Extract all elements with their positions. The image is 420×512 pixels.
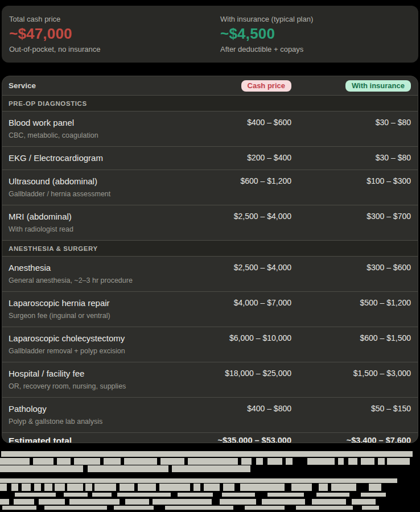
redacted-text-block [286, 458, 293, 465]
redacted-text-block [153, 499, 212, 505]
cash-price-cell: $400 – $600 [247, 117, 291, 128]
redacted-text-block [222, 493, 255, 497]
cash-price-cell: $600 – $1,200 [240, 176, 291, 187]
redacted-text-block [15, 493, 56, 497]
redacted-text-block [69, 499, 120, 505]
cash-price-cell: $18,000 – $25,000 [225, 368, 291, 379]
redacted-text-block [92, 493, 112, 497]
insurance-price-cell: $300 – $600 [367, 262, 411, 273]
service-name: Anesthesia [9, 262, 200, 273]
redacted-text-block [267, 458, 282, 465]
redacted-text-block [11, 484, 18, 491]
redacted-text-block [165, 506, 233, 510]
table-row: Blood work panelCBC, metabolic, coagulat… [2, 112, 418, 147]
cash-price-caption: Out-of-pocket, no insurance [9, 45, 207, 53]
insurance-price-cell: ~$3,400 – $7,600 [347, 435, 411, 443]
redacted-text-block [0, 478, 397, 483]
table-row: EKG / Electrocardiogram$200 – $400$30 – … [2, 147, 418, 170]
redacted-text-block [138, 484, 156, 491]
cost-table-body: PRE-OP DIAGNOSTICSBlood work panelCBC, m… [2, 96, 418, 443]
redacted-text-block [316, 493, 349, 497]
redacted-text-block [117, 493, 171, 497]
service-cell: AnesthesiaGeneral anesthesia, ~2–3 hr pr… [9, 262, 200, 285]
redacted-text-block [55, 484, 65, 491]
service-subtitle: Gallbladder removal + polyp excision [9, 346, 200, 356]
service-cell: Laparoscopic hernia repairSurgeon fee (i… [9, 298, 200, 320]
cash-price-label: Total cash price [9, 15, 207, 23]
redacted-text-block [307, 458, 335, 465]
redacted-text-block [114, 506, 154, 510]
service-name: MRI (abdominal) [9, 211, 200, 222]
redacted-text-block [57, 458, 71, 465]
cash-price-cell: $400 – $800 [247, 403, 291, 414]
redacted-text-block [44, 506, 107, 510]
service-subtitle: OR, recovery room, nursing, supplies [9, 382, 200, 391]
redacted-text-block [172, 465, 250, 472]
redacted-text-block [2, 506, 36, 510]
service-cell: Laparoscopic cholecystectomyGallbladder … [9, 333, 200, 356]
section-header: ANESTHESIA & SURGERY [2, 241, 418, 257]
service-subtitle: With radiologist read [9, 225, 200, 234]
insurance-price-caption: After deductible + copays [220, 45, 418, 53]
redacted-text-block [223, 484, 234, 491]
redacted-text-block [352, 499, 376, 505]
redacted-text-block [369, 484, 381, 491]
redacted-text-block [0, 458, 30, 465]
table-row: AnesthesiaGeneral anesthesia, ~2–3 hr pr… [2, 257, 418, 292]
service-name: EKG / Electrocardiogram [9, 152, 200, 163]
redacted-text-block [64, 493, 88, 497]
redacted-text-block [361, 493, 386, 497]
cash-price-cell: $200 – $400 [247, 152, 291, 163]
redacted-text-block [378, 458, 385, 465]
redacted-text-block [361, 458, 374, 465]
redacted-text-block [256, 458, 263, 465]
summary-card-insurance: With insurance (typical plan) ~$4,500 Af… [207, 6, 418, 63]
service-cell: Hospital / facility feeOR, recovery room… [9, 368, 200, 391]
service-cell: MRI (abdominal)With radiologist read [9, 211, 200, 234]
redacted-text-block [331, 484, 356, 491]
service-subtitle: Polyp & gallstone lab analysis [9, 417, 200, 426]
service-name: Ultrasound (abdominal) [9, 176, 200, 187]
service-name: Pathology [9, 403, 200, 414]
redacted-text-block [74, 458, 100, 465]
cash-price-badge: Cash price [241, 80, 291, 92]
redacted-text-block [291, 484, 312, 491]
redacted-text-block [14, 499, 34, 505]
redacted-text-block [1, 451, 413, 457]
redacted-text-block [85, 484, 92, 491]
service-name: Laparoscopic hernia repair [9, 298, 200, 308]
redacted-text-block [124, 458, 157, 465]
insurance-price-cell: $30 – $80 [376, 152, 411, 163]
service-name: Estimated total [9, 436, 72, 443]
redacted-text-block [193, 484, 200, 491]
insurance-price-value: ~$4,500 [220, 25, 418, 43]
service-cell: Estimated total [9, 435, 200, 443]
redacted-text-block [104, 458, 121, 465]
insurance-price-cell: $50 – $150 [371, 403, 411, 414]
redacted-text-block [125, 499, 149, 505]
insurance-price-cell: $300 – $700 [367, 211, 411, 222]
section-header: PRE-OP DIAGNOSTICS [2, 96, 418, 112]
cash-price-cell: $4,000 – $7,000 [234, 298, 291, 308]
service-subtitle: Surgeon fee (inguinal or ventral) [9, 311, 200, 320]
redacted-text-block [262, 499, 305, 505]
redacted-text-block [240, 484, 285, 491]
redacted-text-block [241, 458, 252, 465]
redacted-text-block [220, 499, 256, 505]
redacted-text-block [160, 458, 184, 465]
redacted-text-block [120, 484, 134, 491]
service-name: Blood work panel [9, 117, 200, 128]
table-row: MRI (abdominal)With radiologist read$2,5… [2, 205, 418, 241]
service-cell: PathologyPolyp & gallstone lab analysis [9, 403, 200, 426]
redacted-text-block [22, 484, 31, 491]
summary-band: Total cash price ~$47,000 Out-of-pocket,… [2, 6, 418, 63]
redacted-text-block [33, 458, 53, 465]
service-subtitle: Gallbladder / hernia assessment [9, 189, 200, 199]
redacted-text-block [319, 484, 328, 491]
summary-card-cash: Total cash price ~$47,000 Out-of-pocket,… [2, 6, 207, 63]
cash-price-cell: $6,000 – $10,000 [229, 333, 291, 344]
redacted-text-block [178, 493, 213, 497]
insurance-price-cell: $500 – $1,200 [360, 298, 411, 308]
redacted-text-block [387, 458, 410, 465]
cash-price-value: ~$47,000 [9, 25, 207, 43]
